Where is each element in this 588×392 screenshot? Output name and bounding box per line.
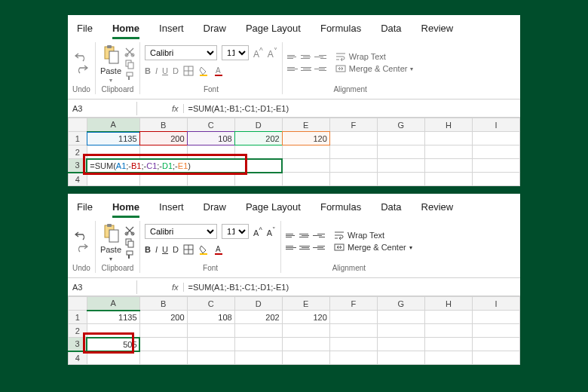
cell-c1[interactable]: 108 [187, 311, 234, 324]
menu-home[interactable]: Home [112, 20, 139, 39]
font-name-select[interactable]: Calibri [145, 45, 217, 60]
fx-icon[interactable]: fx [167, 104, 184, 113]
menu-insert[interactable]: Insert [159, 198, 184, 216]
col-header-b[interactable]: B [139, 118, 187, 132]
paste-button[interactable]: Paste ▾ [100, 222, 121, 262]
menu-review[interactable]: Review [421, 20, 454, 37]
cell-a3[interactable]: =SUM(A1;-B1;-C1;-D1;-E1) [87, 159, 282, 173]
copy-icon[interactable] [124, 237, 135, 248]
col-header-b[interactable]: B [139, 297, 187, 311]
col-header-g[interactable]: G [377, 118, 424, 132]
cut-icon[interactable] [124, 47, 135, 57]
merge-center-button[interactable]: Merge & Center ▾ [335, 64, 414, 73]
redo-icon[interactable] [75, 242, 88, 253]
cell-b1[interactable]: 200 [139, 311, 187, 324]
wrap-text-button[interactable]: Wrap Text [334, 231, 412, 240]
fx-icon[interactable]: fx [167, 283, 184, 292]
menu-formulas[interactable]: Formulas [320, 20, 361, 37]
cell-a1[interactable]: 1135 [87, 311, 139, 324]
decrease-font-icon[interactable]: A˅ [268, 47, 277, 60]
format-painter-icon[interactable] [124, 71, 135, 81]
font-size-select[interactable]: 11 [222, 45, 249, 60]
cell-e1[interactable]: 120 [282, 132, 329, 145]
cell-d1[interactable]: 202 [234, 132, 282, 145]
fill-color-icon[interactable] [198, 66, 209, 76]
menu-page-layout[interactable]: Page Layout [246, 198, 301, 216]
decrease-font-icon[interactable]: A˅ [267, 225, 276, 237]
merge-center-button[interactable]: Merge & Center ▾ [334, 243, 412, 252]
cell-a2[interactable] [87, 145, 139, 159]
italic-button[interactable]: I [155, 66, 158, 75]
double-underline-button[interactable]: D [173, 245, 179, 254]
col-header-g[interactable]: G [377, 297, 424, 311]
col-header-i[interactable]: I [472, 297, 519, 311]
cell-g1[interactable] [377, 132, 424, 145]
select-all-corner[interactable] [69, 297, 87, 311]
undo-icon[interactable] [75, 51, 88, 62]
col-header-h[interactable]: H [424, 118, 472, 132]
menu-file[interactable]: File [77, 198, 93, 216]
cell-a3[interactable]: 505 [87, 338, 139, 351]
menu-data[interactable]: Data [381, 20, 401, 37]
col-header-f[interactable]: F [329, 118, 377, 132]
format-painter-icon[interactable] [124, 250, 135, 260]
spreadsheet-grid[interactable]: A B C D E F G H I 1 1135 200 108 202 120… [68, 296, 520, 365]
menu-formulas[interactable]: Formulas [320, 198, 361, 216]
row-header-4[interactable]: 4 [69, 351, 87, 365]
col-header-c[interactable]: C [187, 297, 234, 311]
cell-d1[interactable]: 202 [234, 311, 282, 324]
col-header-e[interactable]: E [282, 297, 329, 311]
col-header-a[interactable]: A [87, 118, 139, 132]
cell-i1[interactable] [472, 132, 519, 145]
menu-insert[interactable]: Insert [159, 20, 184, 37]
menu-draw[interactable]: Draw [204, 20, 226, 37]
border-icon[interactable] [183, 244, 194, 255]
col-header-a[interactable]: A [87, 297, 139, 311]
formula-input[interactable]: =SUM(A1;-B1;-C1;-D1;-E1) [184, 280, 520, 294]
col-header-f[interactable]: F [329, 297, 377, 311]
alignment-grid[interactable] [287, 51, 326, 74]
underline-button[interactable]: U [162, 66, 168, 75]
row-header-3[interactable]: 3 [69, 338, 87, 351]
col-header-d[interactable]: D [234, 118, 282, 132]
alignment-grid[interactable] [286, 230, 325, 253]
cell-f1[interactable] [329, 132, 377, 145]
menu-home[interactable]: Home [112, 198, 139, 218]
font-color-icon[interactable]: A [213, 66, 224, 76]
select-all-corner[interactable] [69, 118, 87, 132]
cell-e1[interactable]: 120 [282, 311, 329, 324]
italic-button[interactable]: I [155, 245, 158, 254]
row-header-2[interactable]: 2 [69, 145, 87, 159]
col-header-i[interactable]: I [472, 118, 519, 132]
border-icon[interactable] [183, 66, 194, 76]
increase-font-icon[interactable]: A^ [253, 47, 263, 60]
col-header-h[interactable]: H [424, 297, 472, 311]
menu-page-layout[interactable]: Page Layout [246, 20, 301, 37]
menu-file[interactable]: File [77, 20, 93, 37]
font-size-select[interactable]: 11 [222, 224, 249, 239]
wrap-text-button[interactable]: Wrap Text [335, 52, 414, 61]
paste-button[interactable]: Paste ▾ [100, 44, 121, 84]
cut-icon[interactable] [124, 225, 135, 236]
font-name-select[interactable]: Calibri [145, 224, 217, 239]
fill-color-icon[interactable] [198, 244, 209, 255]
col-header-c[interactable]: C [187, 118, 234, 132]
cell-h1[interactable] [424, 132, 472, 145]
underline-button[interactable]: U [162, 245, 168, 254]
copy-icon[interactable] [124, 59, 135, 69]
formula-input[interactable]: =SUM(A1;-B1;-C1;-D1;-E1) [184, 102, 520, 115]
redo-icon[interactable] [75, 63, 88, 74]
cell-a1[interactable]: 1135 [87, 132, 139, 145]
row-header-1[interactable]: 1 [69, 132, 87, 145]
name-box[interactable]: A3 [68, 102, 137, 115]
menu-data[interactable]: Data [381, 198, 401, 216]
cell-c1[interactable]: 108 [187, 132, 234, 145]
row-header-3[interactable]: 3 [69, 159, 87, 173]
increase-font-icon[interactable]: A^ [253, 226, 262, 237]
col-header-d[interactable]: D [234, 297, 282, 311]
undo-icon[interactable] [75, 230, 88, 240]
font-color-icon[interactable]: A [213, 244, 224, 255]
spreadsheet-grid[interactable]: A B C D E F G H I 1 1135 200 108 202 120 [68, 118, 520, 186]
col-header-e[interactable]: E [282, 118, 329, 132]
row-header-2[interactable]: 2 [69, 324, 87, 338]
